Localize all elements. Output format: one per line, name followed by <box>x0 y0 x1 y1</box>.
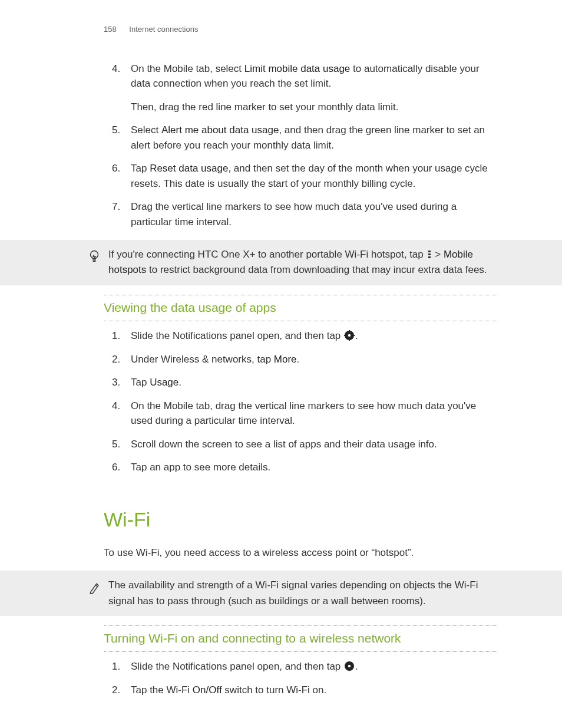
svg-rect-7 <box>349 340 350 341</box>
note-callout: The availability and strength of a Wi-Fi… <box>0 571 562 616</box>
wifi-intro: To use Wi-Fi, you need access to a wirel… <box>104 545 497 561</box>
section-heading-viewing: Viewing the data usage of apps <box>104 298 497 319</box>
step-b6: Tap an app to see more details. <box>112 460 497 475</box>
svg-point-5 <box>348 334 351 337</box>
step-b4: On the Mobile tab, drag the vertical lin… <box>112 398 497 429</box>
section-heading-turning: Turning Wi-Fi on and connecting to a wir… <box>104 629 497 650</box>
bold-alert-me: Alert me about data usage <box>161 124 279 136</box>
bold-reset-data: Reset data usage <box>150 163 228 174</box>
svg-rect-6 <box>349 330 350 332</box>
svg-rect-2 <box>428 253 431 255</box>
svg-rect-3 <box>428 256 431 258</box>
steps-list-b: Slide the Notifications panel open, and … <box>104 328 497 475</box>
header-section: Internet connections <box>129 25 198 34</box>
steps-list-a: On the Mobile tab, select Limit mobile d… <box>104 61 497 230</box>
step-7: Drag the vertical line markers to see ho… <box>112 199 497 229</box>
step-4-sub: Then, drag the red line marker to set yo… <box>131 100 497 115</box>
step-5: Select Alert me about data usage, and th… <box>112 123 497 153</box>
step-b2: Under Wireless & networks, tap More. <box>112 352 497 367</box>
main-heading-wifi: Wi-Fi <box>104 505 497 535</box>
svg-rect-8 <box>344 335 346 336</box>
step-b1: Slide the Notifications panel open, and … <box>112 328 497 344</box>
gear-icon <box>344 330 355 341</box>
overflow-menu-icon <box>427 250 432 259</box>
page-number: 158 <box>104 24 117 35</box>
svg-point-11 <box>348 665 351 667</box>
step-b3: Tap Usage. <box>112 375 497 390</box>
step-c2: Tap the Wi-Fi On/Off switch to turn Wi-F… <box>112 683 497 698</box>
svg-rect-1 <box>428 251 431 252</box>
step-4: On the Mobile tab, select Limit mobile d… <box>112 61 497 115</box>
step-b5: Scroll down the screen to see a list of … <box>112 437 497 452</box>
page-header: 158 Internet connections <box>0 24 562 35</box>
step-6: Tap Reset data usage, and then set the d… <box>112 161 497 191</box>
bold-limit-mobile: Limit mobile data usage <box>244 63 351 74</box>
tip-callout: If you're connecting HTC One X+ to anoth… <box>0 240 562 285</box>
steps-list-c: Slide the Notifications panel open, and … <box>104 659 497 697</box>
gear-icon <box>344 661 355 671</box>
svg-rect-9 <box>353 335 355 336</box>
step-c1: Slide the Notifications panel open, and … <box>112 659 497 674</box>
pencil-icon <box>88 578 108 609</box>
lightbulb-icon <box>88 247 108 278</box>
